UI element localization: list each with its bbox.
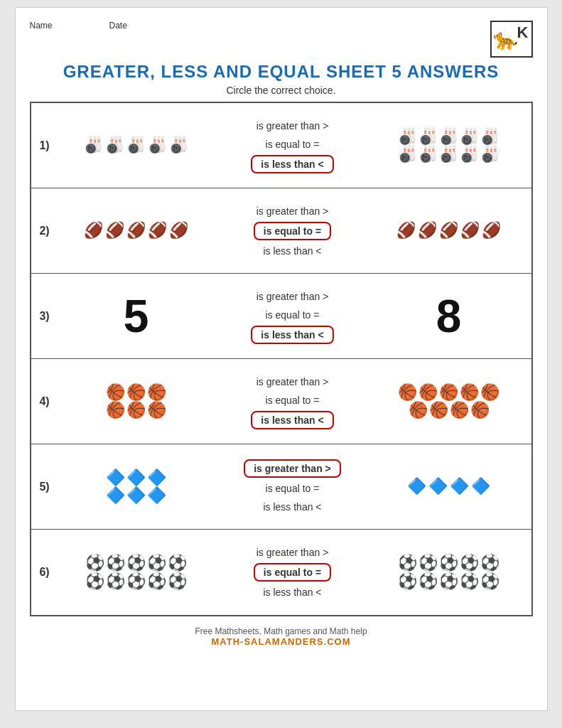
choices-column: is greater than >is equal to =is less th…	[215, 286, 371, 347]
item-icon: ⚽	[168, 572, 187, 590]
item-icon: ⚽	[106, 554, 125, 572]
item-icon: 🎳	[418, 145, 438, 163]
item-icon: 🏈	[126, 222, 146, 239]
choice-option: is equal to =	[254, 563, 331, 582]
right-number: 8	[436, 294, 462, 339]
item-icon: 🏈	[84, 222, 103, 239]
item-icon: 🔷	[428, 478, 448, 495]
date-label: Date	[109, 21, 127, 31]
item-icon: 🏀	[409, 401, 428, 419]
worksheet-row: 4) 🏀🏀🏀🏀🏀🏀 is greater than >is equal to =…	[31, 359, 531, 444]
item-icon: ⚽	[460, 554, 479, 572]
choice-option: is less than <	[251, 155, 333, 173]
item-icon: 🏀	[106, 401, 125, 419]
choices-column: is greater than >is equal to =is less th…	[215, 456, 371, 518]
right-items: ⚽⚽⚽⚽⚽⚽⚽⚽⚽⚽	[371, 552, 527, 592]
item-group: 🏈🏈🏈🏈🏈	[83, 221, 189, 240]
item-icon: ⚽	[85, 572, 104, 590]
item-icon: ⚽	[439, 554, 458, 572]
item-icon: 🏀	[470, 401, 490, 419]
item-group: 🔷🔷🔷🔷	[406, 477, 491, 496]
item-icon: 🎳	[398, 145, 417, 163]
worksheet: 1)🎳🎳🎳🎳🎳is greater than >is equal to =is …	[30, 102, 533, 616]
item-icon: 🎳	[126, 136, 146, 154]
left-items: 🎳🎳🎳🎳🎳	[58, 133, 215, 157]
item-icon: 🔷	[147, 486, 166, 504]
item-icon: 🎳	[439, 145, 458, 163]
item-icon: 🏈	[148, 222, 167, 239]
item-icon: 🏈	[460, 222, 480, 239]
item-icon: ⚽	[126, 554, 146, 572]
item-icon: 🏀	[106, 383, 125, 401]
worksheet-row: 1)🎳🎳🎳🎳🎳is greater than >is equal to =is …	[31, 103, 531, 188]
item-icon: 🏈	[169, 222, 188, 239]
choices-column: is greater than >is equal to =is less th…	[215, 371, 371, 432]
choice-option: is equal to =	[254, 222, 331, 240]
worksheet-row: 2)🏈🏈🏈🏈🏈is greater than >is equal to =is …	[31, 188, 531, 274]
choices-column: is greater than >is equal to =is less th…	[215, 115, 371, 176]
choice-option: is less than <	[254, 584, 330, 600]
item-group: 🎳🎳🎳🎳🎳🎳🎳🎳🎳🎳	[397, 128, 500, 163]
item-icon: ⚽	[418, 554, 438, 572]
item-icon: 🏀	[439, 383, 458, 401]
footer: Free Mathsheets, Math games and Math hel…	[30, 626, 533, 647]
worksheet-row: 5) 🔷🔷🔷🔷🔷🔷 is greater than >is equal to =…	[31, 444, 531, 530]
right-items: 🎳🎳🎳🎳🎳🎳🎳🎳🎳🎳	[371, 125, 527, 166]
item-icon: ⚽	[480, 572, 499, 590]
item-icon: 🎳	[480, 127, 499, 145]
item-icon: 🏀	[398, 383, 417, 401]
choices-column: is greater than >is equal to =is less th…	[215, 542, 371, 603]
choice-option: is equal to =	[257, 481, 328, 496]
choice-option: is less than <	[251, 326, 333, 344]
left-items: 5	[58, 291, 215, 342]
item-icon: 🔷	[106, 469, 125, 486]
item-icon: 🏀	[480, 383, 499, 401]
item-icon: 🏀	[429, 401, 448, 419]
right-items: 8	[371, 291, 527, 342]
logo-animal-icon: 🐆	[493, 28, 518, 51]
item-group: ⚽⚽⚽⚽⚽⚽⚽⚽⚽⚽	[397, 555, 500, 589]
item-group: 🏀🏀🏀🏀🏀🏀	[105, 384, 167, 419]
left-items: 🏀🏀🏀🏀🏀🏀	[58, 381, 215, 422]
item-icon: 🏀	[460, 383, 479, 401]
footer-logo: MATH-SALAMANDERS.COM	[30, 636, 533, 647]
row-number: 3)	[31, 310, 58, 323]
right-items: 🏈🏈🏈🏈🏈	[371, 218, 527, 242]
item-icon: 🏀	[147, 401, 166, 419]
item-icon: 🏈	[482, 222, 501, 239]
item-icon: 🎳	[148, 136, 167, 154]
item-icon: 🔷	[126, 486, 146, 504]
left-items: 🏈🏈🏈🏈🏈	[58, 218, 215, 242]
item-icon: 🎳	[460, 127, 479, 145]
item-group: 🏀🏀🏀🏀🏀🏀🏀🏀🏀	[397, 384, 500, 419]
item-icon: 🔷	[450, 478, 469, 495]
item-icon: ⚽	[168, 554, 187, 572]
left-items: 🔷🔷🔷🔷🔷🔷	[58, 466, 215, 507]
item-group: 🔷🔷🔷🔷🔷🔷	[105, 469, 167, 504]
item-icon: 🏀	[126, 401, 146, 419]
item-group: 🎳🎳🎳🎳🎳	[83, 136, 189, 154]
item-icon: 🎳	[169, 136, 188, 154]
choice-option: is greater than >	[248, 545, 337, 560]
item-icon: 🏈	[418, 222, 437, 239]
item-group: 🏈🏈🏈🏈🏈	[396, 221, 502, 240]
item-icon: 🎳	[398, 127, 417, 145]
choice-option: is less than <	[254, 243, 330, 259]
item-icon: ⚽	[460, 572, 479, 590]
choice-option: is less than <	[254, 499, 330, 515]
left-number: 5	[124, 294, 149, 339]
item-icon: 🎳	[418, 127, 438, 145]
page: Name Date 🐆 K GREATER, LESS AND EQUAL SH…	[15, 7, 548, 711]
right-items: 🏀🏀🏀🏀🏀🏀🏀🏀🏀	[371, 381, 527, 422]
item-icon: ⚽	[85, 554, 104, 572]
row-number: 2)	[31, 225, 58, 237]
footer-line1: Free Mathsheets, Math games and Math hel…	[30, 626, 533, 636]
item-icon: 🎳	[439, 127, 458, 145]
row-number: 1)	[31, 139, 58, 152]
header-row: Name Date 🐆 K	[30, 21, 533, 58]
logo-k: K	[517, 23, 529, 42]
item-icon: 🔷	[106, 486, 125, 504]
page-title: GREATER, LESS AND EQUAL SHEET 5 ANSWERS	[30, 62, 533, 82]
right-items: 🔷🔷🔷🔷	[371, 474, 527, 498]
item-icon: 🏈	[439, 222, 458, 239]
